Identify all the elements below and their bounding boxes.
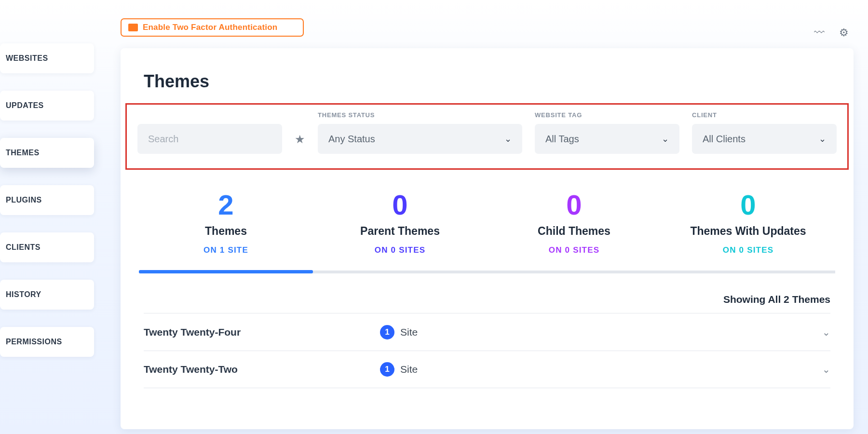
stat-label: Themes [139,225,313,238]
stat-number: 0 [487,191,661,219]
theme-row[interactable]: Twenty Twenty-Two 1 Site ⌄ [144,351,830,388]
theme-name: Twenty Twenty-Two [144,364,380,375]
sidebar-item-updates[interactable]: UPDATES [0,91,94,121]
filter-label-tag: WEBSITE TAG [535,111,679,119]
filter-label-client: CLIENT [692,111,837,119]
sidebar-item-history[interactable]: HISTORY [0,280,94,310]
sidebar-item-label: PLUGINS [6,196,42,204]
stat-subtext: ON 1 SITE [139,245,313,255]
themes-status-select[interactable]: Any Status ⌄ [318,124,522,154]
wave-icon[interactable]: 〰 [814,27,825,39]
theme-row[interactable]: Twenty Twenty-Four 1 Site ⌄ [144,313,830,351]
sidebar-item-label: HISTORY [6,290,41,298]
showing-count: Showing All 2 Themes [121,273,854,313]
stat-subtext: ON 0 SITES [661,245,835,255]
search-input-wrapper[interactable] [137,124,282,154]
sidebar-item-themes[interactable]: THEMES [0,138,94,168]
sidebar-item-label: PERMISSIONS [6,338,62,346]
sidebar-item-label: THEMES [6,149,40,157]
stat-label: Themes With Updates [661,225,835,238]
main-panel: Themes ★ THEMES STATUS Any Status ⌄ WEBS… [121,48,854,429]
chevron-down-icon: ⌄ [504,134,512,144]
site-unit: Site [400,326,418,338]
stat-tab-themes[interactable]: 2 Themes ON 1 SITE [139,186,313,271]
select-value: All Tags [545,134,579,145]
stat-number: 2 [139,191,313,219]
two-factor-banner[interactable]: Enable Two Factor Authentication [121,18,304,37]
select-value: Any Status [328,134,375,145]
stat-subtext: ON 0 SITES [487,245,661,255]
stat-tab-parent-themes[interactable]: 0 Parent Themes ON 0 SITES [313,186,487,271]
search-input[interactable] [148,134,271,145]
favorite-filter-icon[interactable]: ★ [295,133,305,146]
active-tab-indicator [139,270,313,273]
chevron-down-icon[interactable]: ⌄ [822,364,830,375]
sidebar: WEBSITES UPDATES THEMES PLUGINS CLIENTS … [0,43,99,374]
stat-label: Child Themes [487,225,661,238]
spacer [137,111,282,119]
sidebar-item-label: UPDATES [6,101,44,109]
site-unit: Site [400,364,418,375]
stats-tabs: 2 Themes ON 1 SITE 0 Parent Themes ON 0 … [139,186,835,273]
sidebar-item-plugins[interactable]: PLUGINS [0,185,94,215]
settings-icon[interactable]: ⚙ [839,27,849,39]
website-tag-select[interactable]: All Tags ⌄ [535,124,679,154]
filter-bar-highlight: ★ THEMES STATUS Any Status ⌄ WEBSITE TAG… [125,103,849,170]
site-count-badge: 1 [380,325,394,339]
theme-name: Twenty Twenty-Four [144,326,380,338]
filter-label-status: THEMES STATUS [318,111,522,119]
page-title: Themes [121,48,854,103]
sidebar-item-clients[interactable]: CLIENTS [0,232,94,262]
theme-sites: 1 Site [380,362,418,377]
sidebar-item-permissions[interactable]: PERMISSIONS [0,327,94,357]
theme-sites: 1 Site [380,325,418,339]
sidebar-item-label: CLIENTS [6,243,41,251]
sidebar-item-websites[interactable]: WEBSITES [0,43,94,73]
banner-text: Enable Two Factor Authentication [143,23,277,32]
stat-number: 0 [661,191,835,219]
stat-number: 0 [313,191,487,219]
select-value: All Clients [703,134,746,145]
chevron-down-icon[interactable]: ⌄ [822,326,830,338]
stat-subtext: ON 0 SITES [313,245,487,255]
client-select[interactable]: All Clients ⌄ [692,124,837,154]
sidebar-item-label: WEBSITES [6,54,48,62]
stat-tab-child-themes[interactable]: 0 Child Themes ON 0 SITES [487,186,661,271]
shield-icon [128,24,138,31]
chevron-down-icon: ⌄ [819,134,826,144]
stat-tab-themes-with-updates[interactable]: 0 Themes With Updates ON 0 SITES [661,186,835,271]
chevron-down-icon: ⌄ [662,134,669,144]
stat-label: Parent Themes [313,225,487,238]
site-count-badge: 1 [380,362,394,377]
themes-list: Twenty Twenty-Four 1 Site ⌄ Twenty Twent… [121,313,854,388]
